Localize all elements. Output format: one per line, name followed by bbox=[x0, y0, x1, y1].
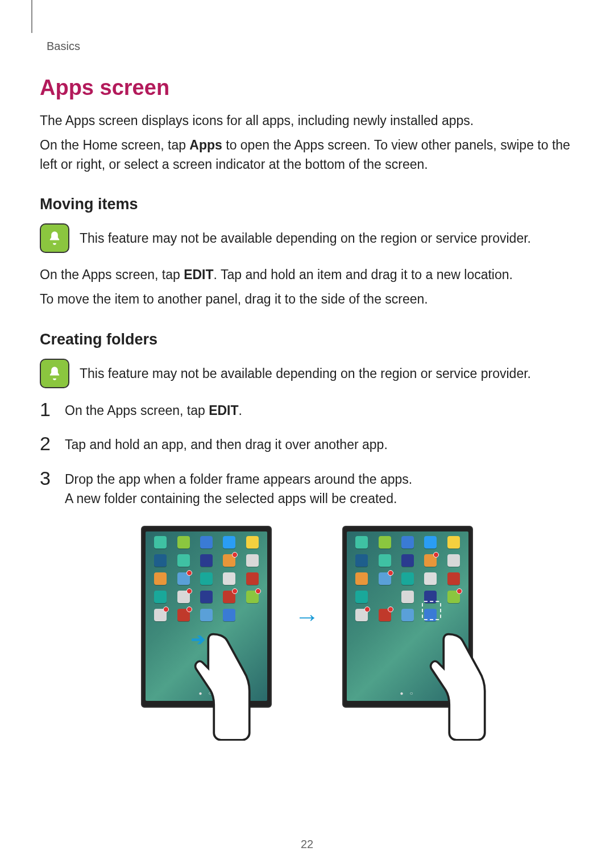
app-icon bbox=[246, 554, 259, 567]
moving-p2: To move the item to another panel, drag … bbox=[40, 290, 574, 309]
edit-label: EDIT bbox=[209, 403, 238, 418]
app-icon bbox=[355, 609, 368, 621]
app-icon bbox=[355, 554, 368, 567]
bell-icon bbox=[40, 359, 69, 388]
step-1: On the Apps screen, tap EDIT. bbox=[40, 401, 574, 421]
app-icon bbox=[447, 554, 460, 567]
intro-paragraph-1: The Apps screen displays icons for all a… bbox=[40, 111, 574, 130]
intro-paragraph-2: On the Home screen, tap Apps to open the… bbox=[40, 136, 574, 174]
app-icon bbox=[200, 591, 213, 603]
steps-list: On the Apps screen, tap EDIT. Tap and ho… bbox=[40, 401, 574, 509]
text: On the Apps screen, tap bbox=[65, 403, 209, 418]
app-icon bbox=[154, 536, 167, 549]
app-icon bbox=[379, 536, 391, 549]
app-icon bbox=[379, 554, 391, 567]
app-icon bbox=[177, 591, 190, 603]
page-number: 22 bbox=[0, 838, 614, 851]
note-text: This feature may not be available depend… bbox=[80, 229, 531, 247]
app-icon bbox=[154, 572, 167, 585]
creating-folders-heading: Creating folders bbox=[40, 331, 574, 348]
header-rule bbox=[31, 0, 32, 33]
app-icon bbox=[223, 591, 235, 603]
moving-items-heading: Moving items bbox=[40, 196, 574, 213]
tablet-after: ● ○ bbox=[342, 526, 473, 708]
app-icon bbox=[200, 609, 213, 621]
app-icon bbox=[154, 609, 167, 621]
app-icon bbox=[246, 536, 259, 549]
text: A new folder containing the selected app… bbox=[65, 489, 412, 509]
app-icon bbox=[223, 609, 235, 621]
app-icon bbox=[424, 572, 437, 585]
note-text: This feature may not be available depend… bbox=[80, 364, 531, 383]
app-icon bbox=[177, 609, 190, 621]
app-icon bbox=[200, 572, 213, 585]
bell-icon bbox=[40, 223, 69, 253]
app-icon bbox=[355, 572, 368, 585]
app-icon bbox=[154, 591, 167, 603]
step-2: Tap and hold an app, and then drag it ov… bbox=[40, 435, 574, 455]
step-3: Drop the app when a folder frame appears… bbox=[40, 470, 574, 509]
app-icon bbox=[200, 536, 213, 549]
app-icon bbox=[424, 536, 437, 549]
tablet-before: ● ○ ➔ bbox=[141, 526, 272, 708]
app-icon bbox=[246, 572, 259, 585]
app-icon bbox=[177, 572, 190, 585]
figure-row: ● ○ ➔ → ● ○ bbox=[40, 526, 574, 708]
app-icon bbox=[223, 554, 235, 567]
moving-p1: On the Apps screen, tap EDIT. Tap and ho… bbox=[40, 265, 574, 284]
app-icon bbox=[355, 536, 368, 549]
app-icon bbox=[447, 572, 460, 585]
text: On the Apps screen, tap bbox=[40, 267, 184, 282]
app-icon bbox=[177, 536, 190, 549]
hand-icon bbox=[406, 627, 491, 741]
arrow-right-icon: → bbox=[294, 603, 320, 631]
app-icon bbox=[177, 554, 190, 567]
app-icon bbox=[246, 591, 259, 603]
app-icon bbox=[401, 572, 414, 585]
page-title: Apps screen bbox=[40, 76, 574, 100]
text: . Tap and hold an item and drag it to a … bbox=[214, 267, 513, 282]
hand-icon bbox=[171, 627, 256, 741]
app-icon bbox=[424, 554, 437, 567]
breadcrumb: Basics bbox=[47, 40, 574, 53]
app-icon bbox=[223, 536, 235, 549]
app-icon bbox=[401, 536, 414, 549]
note-row: This feature may not be available depend… bbox=[40, 359, 574, 388]
edit-label: EDIT bbox=[184, 267, 213, 282]
app-icon bbox=[447, 536, 460, 549]
text: . bbox=[239, 403, 242, 418]
app-icon bbox=[154, 554, 167, 567]
note-row: This feature may not be available depend… bbox=[40, 223, 574, 253]
apps-label: Apps bbox=[189, 138, 222, 152]
app-icon bbox=[379, 609, 391, 621]
app-icon bbox=[200, 554, 213, 567]
text: Drop the app when a folder frame appears… bbox=[65, 470, 412, 489]
app-icon bbox=[223, 572, 235, 585]
app-icon bbox=[401, 554, 414, 567]
app-icon bbox=[379, 572, 391, 585]
text: Tap and hold an app, and then drag it ov… bbox=[65, 435, 388, 455]
app-icon bbox=[401, 609, 414, 621]
folder-frame bbox=[422, 601, 441, 620]
text: On the Home screen, tap bbox=[40, 138, 189, 152]
